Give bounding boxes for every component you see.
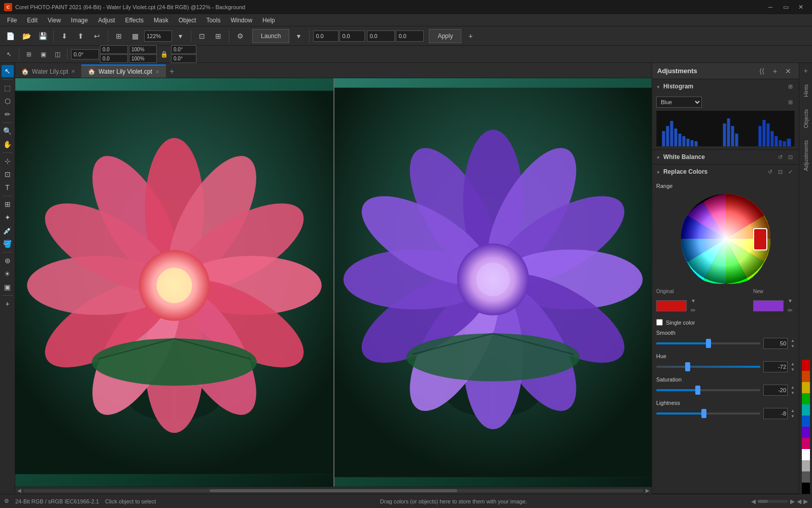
menu-mask[interactable]: Mask [149,16,174,25]
histogram-options-btn[interactable]: ⊞ [786,82,795,91]
pan-tool[interactable]: ✋ [2,138,14,150]
brush-tool[interactable]: ⊞ [2,198,14,210]
adjustments-close-btn[interactable]: ✕ [783,66,794,77]
hue-up-btn[interactable]: ▲ [791,361,795,367]
saturation-track[interactable] [656,389,760,391]
palette-black[interactable] [802,483,810,494]
freehand-tool[interactable]: ✏ [2,108,14,120]
effects-tool[interactable]: ⊛ [2,255,14,267]
export-button[interactable]: ⬆ [74,29,88,43]
menu-file[interactable]: File [2,16,22,25]
transform-tool[interactable]: ⊞ [23,48,35,60]
status-scroll-right[interactable]: ▶ [790,498,795,505]
objects-tab[interactable]: Objects [801,103,811,134]
adjustments-add-btn[interactable]: + [769,66,781,77]
scroll-track[interactable] [23,489,644,492]
status-expand-right[interactable]: ▶ [803,498,808,505]
tab-close-1[interactable]: ✕ [71,69,75,74]
tab-water-lily-violet[interactable]: 🏠 Water Lily Violet.cpt ✕ [82,65,165,78]
save-button[interactable]: 💾 [36,29,50,43]
undo-button[interactable]: ↩ [90,29,104,43]
wb-reset-btn[interactable]: ↺ [775,152,785,162]
skew-x-input[interactable] [171,45,196,54]
hue-input[interactable]: -72 [763,361,788,372]
mask-tool[interactable]: ◫ [51,48,63,60]
fullscreen-button[interactable]: ⊡ [195,29,209,43]
rc-section-header[interactable]: Replace Colors ↺ ⊡ ✓ [652,165,799,179]
lightness-up-btn[interactable]: ▲ [791,408,795,414]
pos-x-input[interactable] [100,45,128,54]
scroll-thumb[interactable] [210,489,458,492]
palette-orange[interactable] [802,371,810,382]
saturation-input[interactable]: -20 [763,385,788,396]
status-scroll-left[interactable]: ◀ [751,498,756,505]
lightness-track[interactable] [656,412,760,415]
wb-options-btn[interactable]: ⊡ [786,152,795,162]
menu-edit[interactable]: Edit [22,16,43,25]
dodge-tool[interactable]: ☀ [2,268,14,280]
new-color-swatch[interactable] [753,300,784,311]
menu-view[interactable]: View [43,16,66,25]
palette-red[interactable] [802,360,810,371]
palette-gray[interactable] [802,460,810,471]
canvas-scrollbar[interactable]: ◀ ▶ [15,487,652,494]
skew-y-input[interactable] [171,54,196,63]
rc-reset-btn[interactable]: ↺ [765,167,774,176]
clone-tool[interactable]: ✦ [2,211,14,224]
palette-purple[interactable] [802,427,810,438]
tab-close-2[interactable]: ✕ [155,69,159,75]
saturation-down-btn[interactable]: ▼ [791,390,795,396]
pointer-tool[interactable]: ↖ [2,65,14,77]
text-tool[interactable]: T [2,181,14,194]
menu-object[interactable]: Object [174,16,201,25]
scale-h-input[interactable] [129,54,157,63]
settings-button[interactable]: ⚙ [233,29,247,43]
magic-tool[interactable]: ⬡ [2,95,14,107]
status-scroll-thumb[interactable] [758,500,768,503]
new-eyedropper-btn[interactable]: ✏ [786,306,795,315]
wb-section-header[interactable]: White Balance ↺ ⊡ [652,150,799,164]
transform2-tool[interactable]: ▣ [37,48,49,60]
mask-tool-left[interactable]: ⬚ [2,82,14,94]
scroll-right-btn[interactable]: ▶ [646,488,650,493]
histogram-refresh-btn[interactable]: ⊞ [786,98,795,107]
rc-check-btn[interactable]: ✓ [786,167,795,176]
lightness-down-btn[interactable]: ▼ [791,414,795,419]
crop-tool[interactable]: ⊡ [2,168,14,180]
smooth-track[interactable] [656,342,760,344]
single-color-label[interactable]: Single color [666,320,695,326]
x-input[interactable] [313,30,339,42]
histogram-section-header[interactable]: Histogram ⊞ [652,79,799,93]
y-input[interactable] [340,30,365,42]
zoom-input[interactable] [144,30,172,42]
palette-cyan[interactable] [802,404,810,416]
menu-tools[interactable]: Tools [201,16,225,25]
scroll-left-btn[interactable]: ◀ [17,488,21,493]
fill-tool[interactable]: 🪣 [2,238,14,250]
apply-button[interactable]: Apply [429,29,461,43]
palette-green[interactable] [802,393,810,404]
smooth-down-btn[interactable]: ▼ [791,343,795,349]
palette-pink[interactable] [802,438,810,449]
smooth-thumb[interactable] [706,339,711,348]
color-wheel-wrapper[interactable] [680,193,771,284]
original-color-swatch[interactable] [656,300,687,311]
restore-button[interactable]: ▭ [779,2,793,12]
smooth-up-btn[interactable]: ▲ [791,338,795,343]
rc-options-btn[interactable]: ⊡ [775,167,785,176]
resample-button[interactable]: ▦ [128,29,142,43]
status-scroll-track[interactable] [758,500,788,503]
image-tool[interactable]: ▣ [2,281,14,293]
lightness-input[interactable]: -8 [763,408,788,419]
add-tool[interactable]: + [2,298,14,310]
hue-down-btn[interactable]: ▼ [791,367,795,372]
original-dropdown-btn[interactable]: ▾ [689,296,698,305]
open-button[interactable]: 📂 [19,29,33,43]
saturation-up-btn[interactable]: ▲ [791,385,795,390]
height-input[interactable] [396,30,424,42]
lightness-thumb[interactable] [701,409,706,418]
width-input[interactable] [367,30,395,42]
menu-adjust[interactable]: Adjust [93,16,120,25]
saturation-thumb[interactable] [695,386,700,395]
menu-window[interactable]: Window [225,16,257,25]
